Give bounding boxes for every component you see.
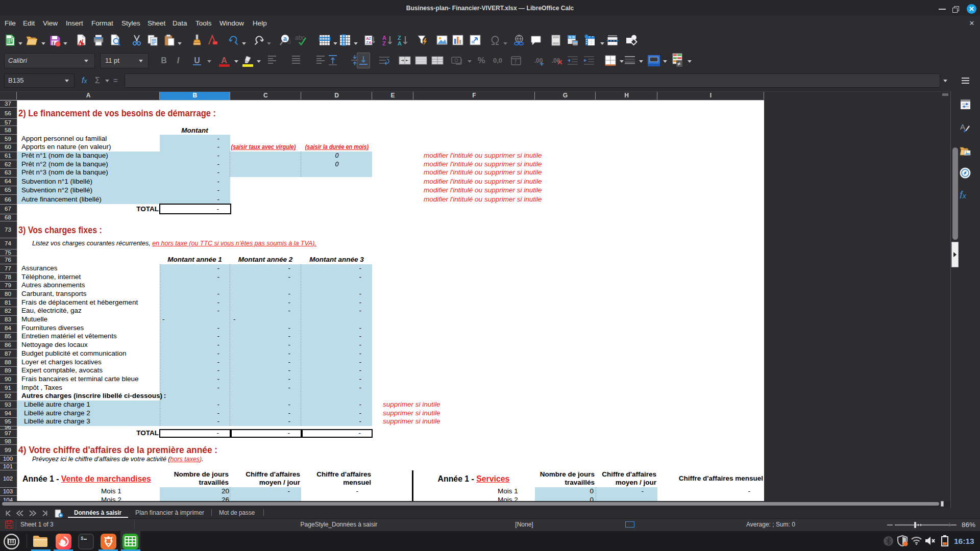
- svg-text:A: A: [369, 40, 372, 45]
- svg-text:$: $: [81, 536, 84, 541]
- svg-text:a: a: [283, 35, 287, 42]
- svg-text:7: 7: [514, 59, 517, 65]
- svg-text:Z: Z: [382, 40, 386, 46]
- svg-text:A: A: [398, 40, 402, 46]
- svg-text:≠: ≠: [677, 61, 680, 67]
